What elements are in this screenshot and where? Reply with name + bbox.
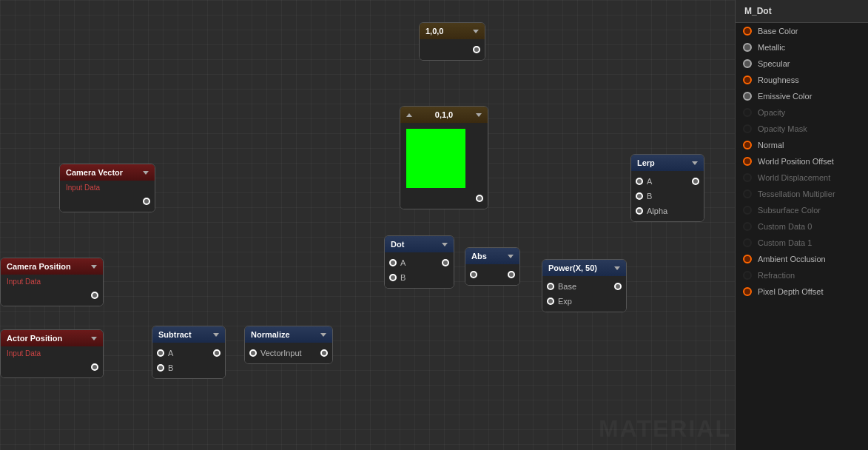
collapse-icon[interactable] [213, 333, 219, 337]
panel-pin-refraction [743, 271, 752, 280]
collapse-icon[interactable] [692, 161, 698, 165]
input-pin-base[interactable] [547, 283, 554, 290]
panel-pin-world-disp [743, 173, 752, 182]
panel-pin-subsurface [743, 206, 752, 215]
panel-pin-normal [743, 141, 752, 150]
collapse-icon[interactable] [508, 255, 514, 258]
panel-pin-emissive [743, 92, 752, 101]
dot-input-b: B [385, 270, 454, 285]
node-normalize[interactable]: Normalize VectorInput [244, 326, 333, 364]
panel-item-tess[interactable]: Tessellation Multiplier [736, 186, 868, 202]
panel-item-custom0[interactable]: Custom Data 0 [736, 218, 868, 235]
collapse-icon[interactable] [91, 265, 97, 269]
input-pin-a[interactable] [636, 178, 643, 185]
node-dot[interactable]: Dot A B [384, 235, 454, 289]
node-vector1[interactable]: 1,0,0 [419, 22, 485, 61]
panel-item-wpo[interactable]: World Position Offset [736, 153, 868, 169]
output-pin[interactable] [692, 178, 699, 185]
node-abs-body [465, 264, 519, 285]
panel-item-refraction[interactable]: Refraction [736, 267, 868, 283]
output-row [1, 288, 103, 303]
node-power[interactable]: Power(X, 50) Base Exp [542, 259, 627, 312]
node-dot-header: Dot [385, 236, 454, 252]
input-pin-b[interactable] [389, 274, 397, 281]
node-actor-position[interactable]: Actor Position Input Data [0, 329, 104, 378]
node-actor-position-body: Input Data [1, 346, 103, 377]
collapse-icon[interactable] [442, 243, 448, 246]
node-abs[interactable]: Abs [465, 247, 520, 286]
panel-item-normal[interactable]: Normal [736, 137, 868, 153]
output-pin[interactable] [143, 198, 150, 205]
panel-item-world-disp[interactable]: World Displacement [736, 169, 868, 186]
panel-pin-ao [743, 255, 752, 263]
lerp-input-b: B [631, 189, 704, 204]
panel-item-ao[interactable]: Ambient Occlusion [736, 251, 868, 267]
collapse-icon[interactable] [614, 266, 620, 270]
output-pin[interactable] [476, 195, 483, 202]
power-input-exp: Exp [542, 294, 626, 309]
input-pin[interactable] [249, 349, 257, 357]
input-pin-alpha[interactable] [636, 207, 643, 215]
node-camera-vector[interactable]: Camera Vector Input Data [59, 164, 155, 212]
output-pin[interactable] [473, 46, 480, 53]
panel-item-base-color[interactable]: Base Color [736, 23, 868, 39]
panel-pin-tess [743, 189, 752, 198]
dot-input-a: A [385, 255, 454, 270]
input-pin-a[interactable] [157, 349, 164, 357]
panel-item-subsurface[interactable]: Subsurface Color [736, 202, 868, 218]
node-vector2-output [400, 191, 488, 206]
collapse-icon[interactable] [476, 113, 482, 117]
output-pin[interactable] [614, 283, 622, 290]
node-camera-position-header: Camera Position [1, 258, 103, 275]
panel-item-opacity-mask[interactable]: Opacity Mask [736, 121, 868, 137]
output-pin[interactable] [91, 292, 98, 299]
panel-pin-opacity [743, 108, 752, 117]
node-subtract[interactable]: Subtract A B [152, 326, 226, 379]
output-pin[interactable] [320, 349, 328, 357]
panel-pin-specular [743, 59, 752, 68]
panel-item-roughness[interactable]: Roughness [736, 72, 868, 88]
node-subtract-body: A B [152, 343, 225, 378]
input-pin[interactable] [470, 271, 477, 278]
collapse-icon[interactable] [320, 333, 326, 337]
node-vector1-header: 1,0,0 [420, 23, 485, 39]
input-pin-a[interactable] [389, 259, 397, 266]
abs-row [465, 267, 519, 282]
output-row [1, 360, 103, 375]
material-panel: M_Dot Base Color Metallic Specular Rough… [735, 0, 868, 450]
node-power-header: Power(X, 50) [542, 260, 626, 276]
panel-pin-pixel-depth [743, 287, 752, 296]
collapse-icon[interactable] [143, 171, 149, 175]
node-lerp[interactable]: Lerp A B Alpha [630, 154, 704, 222]
node-camera-vector-body: Input Data [60, 181, 155, 212]
normalize-input: VectorInput [245, 346, 332, 360]
output-pin[interactable] [91, 363, 98, 371]
node-vector2[interactable]: 0,1,0 [400, 106, 488, 209]
node-vector1-body [420, 39, 485, 60]
panel-item-specular[interactable]: Specular [736, 56, 868, 72]
input-pin-b[interactable] [636, 192, 643, 200]
output-pin[interactable] [213, 349, 221, 357]
panel-item-pixel-depth[interactable]: Pixel Depth Offset [736, 283, 868, 300]
output-pin[interactable] [442, 259, 449, 266]
node-lerp-header: Lerp [631, 155, 704, 171]
input-pin-exp[interactable] [547, 298, 554, 305]
output-row [60, 194, 155, 209]
collapse-icon[interactable] [91, 337, 97, 340]
node-normalize-header: Normalize [245, 326, 332, 343]
panel-item-custom1[interactable]: Custom Data 1 [736, 235, 868, 251]
collapse-icon[interactable] [473, 30, 479, 33]
panel-item-metallic[interactable]: Metallic [736, 39, 868, 56]
power-input-base: Base [542, 279, 626, 294]
panel-item-opacity[interactable]: Opacity [736, 104, 868, 121]
panel-pin-base-color [743, 27, 752, 36]
panel-item-emissive[interactable]: Emissive Color [736, 88, 868, 104]
node-camera-position[interactable]: Camera Position Input Data [0, 258, 104, 306]
output-pin[interactable] [508, 271, 515, 278]
node-power-body: Base Exp [542, 276, 626, 312]
input-pin-b[interactable] [157, 364, 164, 372]
color-preview [406, 129, 465, 188]
node-camera-position-body: Input Data [1, 275, 103, 306]
node-abs-header: Abs [465, 248, 519, 264]
panel-title: M_Dot [736, 0, 868, 23]
